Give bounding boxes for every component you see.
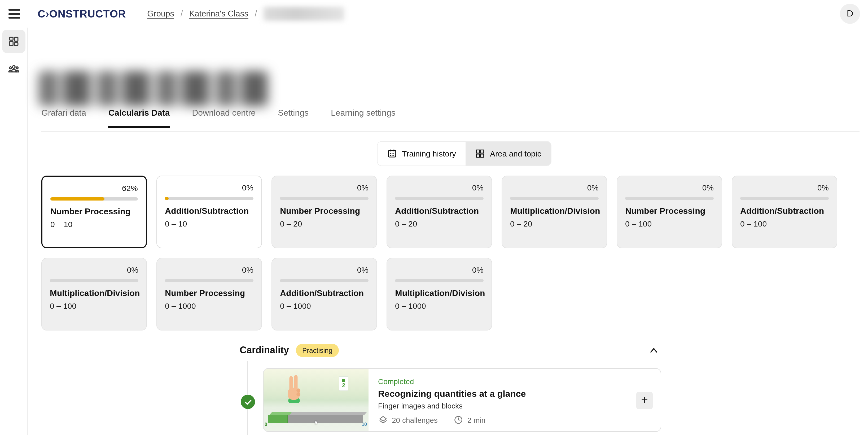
breadcrumb-separator: / [181,9,183,19]
card-percent: 0% [242,183,253,192]
scale-mid-label: 5 [314,420,317,426]
clock-icon [454,415,464,425]
area-card[interactable]: 0% Multiplication/Division 0 – 100 [41,258,147,330]
plus-icon: + [641,394,648,406]
dashboard-icon [8,35,19,47]
toggle-label: Training history [402,149,456,158]
card-title: Number Processing [280,206,360,216]
toggle-training-history[interactable]: Training history [377,142,466,166]
main-content: Grafari data Calcularis Data Download ce… [28,28,868,435]
card-percent: 0% [817,183,829,192]
card-title: Number Processing [50,207,130,216]
card-percent: 0% [242,265,253,274]
card-progress-track [740,197,829,200]
tab-settings[interactable]: Settings [278,108,309,128]
area-card[interactable]: 0% Number Processing 0 – 1000 [156,258,262,330]
breadcrumb-separator: / [255,9,257,19]
card-progress-track [165,197,253,200]
card-progress-track [280,279,369,282]
card-progress-track [395,279,484,282]
layers-icon [378,415,388,425]
card-percent: 0% [127,265,138,274]
card-title: Addition/Subtraction [165,206,249,216]
card-percent: 62% [122,183,138,193]
card-progress-track [50,197,138,201]
hamburger-menu-icon[interactable] [8,8,21,19]
card-progress-fill [50,197,105,201]
add-button[interactable]: + [636,392,653,409]
card-percent: 0% [472,183,484,192]
area-card[interactable]: 0% Multiplication/Division 0 – 20 [502,176,607,248]
top-bar: C›ONSTRUCTOR Groups / Katerina's Class /… [0,0,868,28]
card-progress-fill [165,197,168,200]
sidebar-item-dashboard[interactable] [2,30,25,53]
card-percent: 0% [472,265,484,274]
area-card[interactable]: 0% Multiplication/Division 0 – 1000 [386,258,492,330]
sidebar-item-groups[interactable] [2,57,25,81]
toggle-area-and-topic[interactable]: Area and topic [466,142,551,166]
exercise-card[interactable]: 2 0 5 10 Completed Recognizing quantitie… [263,368,661,432]
card-range: 0 – 1000 [395,301,426,310]
card-progress-track [280,197,369,200]
exercise-meta: 20 challenges 2 min [378,415,486,425]
area-card[interactable]: 0% Addition/Subtraction 0 – 1000 [272,258,377,330]
section-title: Cardinality [240,345,289,356]
student-name-redacted [39,71,268,106]
card-title: Addition/Subtraction [740,206,824,216]
area-card[interactable]: 0% Addition/Subtraction 0 – 100 [732,176,837,248]
avatar[interactable]: D [840,4,860,24]
exercise-thumbnail: 2 0 5 10 [264,369,369,431]
card-range: 0 – 20 [395,219,417,228]
card-progress-track [395,197,484,200]
card-range: 0 – 1000 [280,301,311,310]
number-card: 2 [339,376,348,391]
exercise-subtitle: Finger images and blocks [378,402,463,410]
completed-check-icon [241,395,255,409]
card-title: Multiplication/Division [395,289,485,298]
duration-label: 2 min [467,416,486,424]
toggle-label: Area and topic [490,149,541,158]
view-toggle: Training history Area and topic [377,141,551,166]
chevron-up-icon [648,345,660,356]
tab-grafari-data[interactable]: Grafari data [41,108,86,128]
victory-hand-illustration [282,374,306,406]
area-card[interactable]: 62% Number Processing 0 – 10 [41,176,147,248]
app-logo: C›ONSTRUCTOR [38,8,126,20]
card-range: 0 – 100 [50,301,76,310]
breadcrumb: Groups / Katerina's Class / [147,7,344,21]
card-title: Number Processing [625,206,705,216]
card-percent: 0% [587,183,599,192]
tab-calcularis-data[interactable]: Calcularis Data [108,108,170,128]
tab-download-centre[interactable]: Download centre [192,108,255,128]
tab-divider [41,131,860,132]
tab-bar: Grafari data Calcularis Data Download ce… [41,108,396,128]
tab-learning-settings[interactable]: Learning settings [331,108,396,128]
area-card[interactable]: 0% Addition/Subtraction 0 – 10 [156,176,262,248]
card-range: 0 – 20 [280,219,302,228]
people-icon [7,63,20,75]
breadcrumb-groups[interactable]: Groups [147,9,174,19]
breadcrumb-student-redacted [263,7,344,21]
card-progress-track [625,197,714,200]
card-title: Addition/Subtraction [280,289,364,298]
card-title: Multiplication/Division [510,206,600,216]
calendar-icon [387,148,397,158]
area-card[interactable]: 0% Number Processing 0 – 100 [617,176,722,248]
card-range: 0 – 20 [510,219,532,228]
block-icon [342,379,345,382]
collapse-section-button[interactable] [647,344,661,357]
card-title: Number Processing [165,289,245,298]
card-percent: 0% [357,183,369,192]
breadcrumb-class[interactable]: Katerina's Class [189,9,248,19]
scale-end-label: 10 [362,422,367,427]
scale-start-label: 0 [265,422,267,427]
area-card[interactable]: 0% Addition/Subtraction 0 – 20 [386,176,492,248]
area-card[interactable]: 0% Number Processing 0 – 20 [272,176,377,248]
sidebar [0,28,28,435]
exercise-title: Recognizing quantities at a glance [378,389,526,400]
card-progress-track [510,197,599,200]
exercise-status: Completed [378,377,414,386]
card-percent: 0% [357,265,369,274]
card-percent: 0% [702,183,714,192]
card-progress-track [50,279,138,282]
